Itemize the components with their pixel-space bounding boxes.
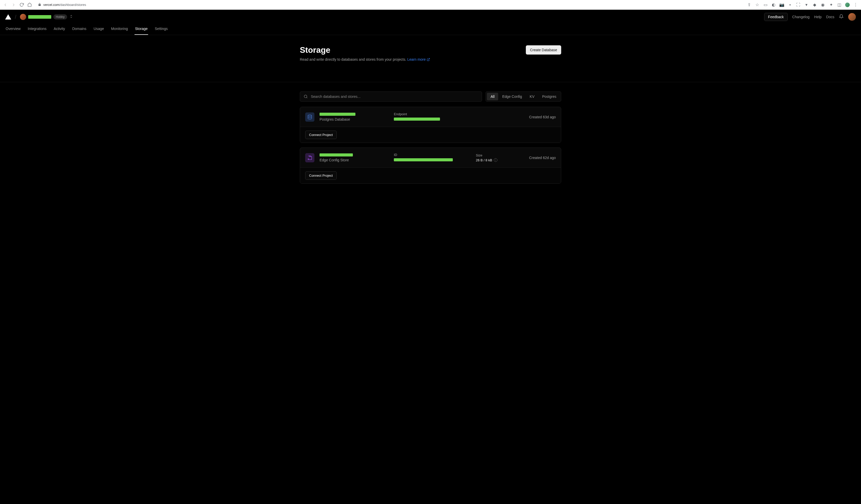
team-name-redacted (28, 15, 51, 19)
scope-switcher-icon[interactable] (69, 14, 73, 19)
tab-monitoring[interactable]: Monitoring (111, 24, 128, 35)
filter-group: All Edge Config KV Postgres (486, 92, 561, 102)
create-database-button[interactable]: Create Database (526, 45, 561, 55)
svg-point-4 (308, 158, 309, 159)
id-value-redacted (394, 158, 453, 161)
scope-separator: / (15, 14, 16, 20)
tab-overview[interactable]: Overview (5, 24, 21, 35)
profile-avatar[interactable] (845, 3, 850, 7)
store-card[interactable]: Edge Config Store ID Size 26 B / 8 kB i … (300, 148, 561, 184)
page-description: Read and write directly to databases and… (300, 57, 430, 61)
feedback-button[interactable]: Feedback (764, 13, 788, 21)
extensions-icon[interactable]: ✦ (829, 3, 833, 7)
url-bar[interactable]: vercel.com/dashboard/stores (35, 2, 743, 8)
connect-project-button[interactable]: Connect Project (305, 171, 337, 180)
extension-icon[interactable]: ▭ (763, 3, 768, 7)
endpoint-label: Endpoint (394, 112, 471, 116)
lock-icon (38, 3, 41, 7)
extension-icon[interactable]: 📷 (780, 3, 784, 7)
browser-actions: ⇪ ☆ ▭ ◐ 📷 ▪ ⛶ ▾ ◆ ◉ ✦ ◫ ⋮ (747, 3, 858, 7)
user-avatar[interactable] (848, 13, 856, 21)
search-icon (304, 95, 308, 99)
tab-domains[interactable]: Domains (72, 24, 87, 35)
tab-usage[interactable]: Usage (93, 24, 104, 35)
url-text: vercel.com/dashboard/stores (43, 3, 86, 7)
page-title: Storage (300, 45, 430, 55)
help-link[interactable]: Help (814, 15, 821, 19)
notifications-icon[interactable] (839, 14, 844, 20)
home-button[interactable] (27, 3, 32, 7)
store-name-redacted (319, 153, 353, 156)
svg-line-0 (428, 58, 429, 60)
search-box[interactable] (300, 92, 482, 102)
id-label: ID (394, 153, 471, 157)
menu-icon[interactable]: ⋮ (853, 3, 858, 7)
filter-edge-config[interactable]: Edge Config (499, 93, 525, 100)
back-button[interactable] (3, 3, 8, 7)
page-header: Storage Read and write directly to datab… (300, 45, 561, 61)
connect-project-button[interactable]: Connect Project (305, 130, 337, 139)
svg-line-2 (306, 97, 307, 98)
store-type: Edge Config Store (319, 158, 389, 162)
section-divider (0, 82, 861, 82)
filter-kv[interactable]: KV (526, 93, 538, 100)
search-input[interactable] (311, 95, 478, 99)
svg-point-3 (308, 115, 312, 116)
browser-chrome: vercel.com/dashboard/stores ⇪ ☆ ▭ ◐ 📷 ▪ … (0, 0, 861, 10)
filter-postgres[interactable]: Postgres (538, 93, 560, 100)
svg-point-1 (304, 95, 307, 98)
endpoint-value-redacted (394, 117, 440, 121)
store-name-redacted (319, 113, 355, 116)
filter-all[interactable]: All (487, 93, 498, 100)
vercel-logo[interactable] (5, 14, 11, 20)
extension-icon[interactable]: ▪ (788, 3, 792, 7)
changelog-link[interactable]: Changelog (792, 15, 810, 19)
team-avatar (20, 14, 26, 20)
extension-icon[interactable]: ⛶ (796, 3, 801, 7)
forward-button[interactable] (11, 3, 16, 7)
team-scope[interactable]: Hobby (20, 14, 73, 20)
app-header: / Hobby Feedback Changelog Help Docs (0, 10, 861, 24)
panel-icon[interactable]: ◫ (837, 3, 842, 7)
tab-activity[interactable]: Activity (53, 24, 66, 35)
edge-config-icon (305, 153, 314, 163)
info-icon[interactable]: i (494, 158, 497, 162)
nav-tabs: Overview Integrations Activity Domains U… (0, 24, 861, 35)
share-icon[interactable]: ⇪ (747, 3, 751, 7)
tab-settings[interactable]: Settings (154, 24, 168, 35)
created-time: Created 63d ago (529, 115, 556, 119)
store-card[interactable]: Postgres Database Endpoint Created 63d a… (300, 107, 561, 143)
size-value: 26 B / 8 kB (476, 158, 492, 162)
extension-icon[interactable]: ▾ (804, 3, 809, 7)
extension-icon[interactable]: ◉ (821, 3, 825, 7)
created-time: Created 62d ago (529, 156, 556, 160)
reload-button[interactable] (19, 3, 24, 7)
learn-more-link[interactable]: Learn more (407, 57, 430, 61)
postgres-icon (305, 112, 314, 122)
store-type: Postgres Database (319, 117, 389, 122)
docs-link[interactable]: Docs (826, 15, 834, 19)
tab-integrations[interactable]: Integrations (27, 24, 47, 35)
size-label: Size (476, 153, 517, 157)
extension-icon[interactable]: ◐ (771, 3, 776, 7)
extension-icon[interactable]: ◆ (812, 3, 817, 7)
tab-storage[interactable]: Storage (135, 24, 148, 35)
star-icon[interactable]: ☆ (755, 3, 760, 7)
plan-badge: Hobby (53, 14, 67, 19)
